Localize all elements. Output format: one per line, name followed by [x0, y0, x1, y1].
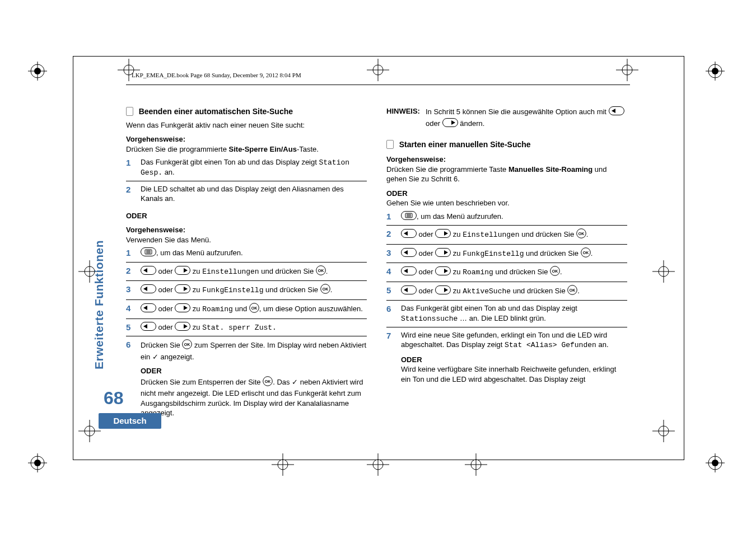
note-block: HINWEIS: In Schritt 5 können Sie die aus…	[386, 106, 627, 129]
left-arrow-button-icon	[141, 322, 156, 334]
ok-button-icon	[249, 303, 259, 316]
step-item: 4 oder zu Roaming und drücken Sie .	[386, 266, 627, 282]
step-item: 6 Drücken Sie zum Sperren der Site. Im D…	[126, 339, 367, 421]
procedure-label: Vorgehensweise:	[126, 225, 367, 235]
registration-mark-icon	[706, 62, 725, 81]
right-column: HINWEIS: In Schritt 5 können Sie die aus…	[386, 106, 627, 424]
ok-button-icon	[182, 339, 192, 352]
step-item: 5 oder zu Stat. sperr Zust.	[126, 322, 367, 337]
step-item: 3 oder zu FunkgEinstellg und drücken Sie…	[386, 247, 627, 264]
ok-button-icon	[567, 285, 577, 298]
ok-button-icon	[550, 266, 560, 279]
menu-button-icon	[401, 211, 417, 223]
menu-button-icon	[141, 247, 156, 259]
left-arrow-button-icon	[401, 266, 417, 278]
right-arrow-button-icon	[435, 248, 451, 260]
language-tab: Deutsch	[99, 413, 161, 429]
header-rule	[126, 85, 630, 85]
step-list: 1 , um das Menü aufzurufen. 2 oder zu Ei…	[126, 247, 367, 421]
step-list: 1 , um das Menü aufzurufen. 2 oder zu Ei…	[386, 211, 627, 387]
ok-button-icon	[316, 265, 326, 278]
step-item: 2 oder zu Einstellungen und drücken Sie …	[386, 228, 627, 245]
book-icon	[126, 107, 133, 116]
sidebar-section-title: Erweiterte Funktionen	[92, 240, 106, 369]
step-item: 6 Das Funkgerät gibt einen Ton ab und da…	[386, 303, 627, 327]
procedure-text: Drücken Sie die programmierte Taste Manu…	[386, 165, 627, 184]
intro-text: Wenn das Funkgerät aktiv nach einer neue…	[126, 120, 367, 130]
registration-mark-icon	[706, 453, 725, 472]
right-arrow-button-icon	[435, 285, 451, 297]
registration-mark-icon	[28, 62, 47, 81]
right-arrow-button-icon	[175, 322, 190, 334]
step-item: 1 Das Funkgerät gibt einen Ton ab und da…	[126, 157, 367, 181]
procedure-text: Gehen Sie wie unten beschrieben vor.	[386, 198, 627, 208]
or-label: ODER	[386, 189, 627, 199]
right-arrow-button-icon	[435, 229, 451, 241]
step-item: 7 Wird eine neue Site gefunden, erklingt…	[386, 330, 627, 387]
procedure-text: Verwenden Sie das Menü.	[126, 235, 367, 245]
left-arrow-button-icon	[141, 284, 156, 296]
step-item: 4 oder zu Roaming und , um diese Option …	[126, 303, 367, 319]
left-column: Beenden einer automatischen Site-Suche W…	[126, 106, 367, 424]
right-arrow-button-icon	[175, 266, 190, 278]
left-arrow-button-icon	[141, 303, 156, 315]
left-arrow-button-icon	[401, 248, 417, 260]
right-arrow-button-icon	[175, 303, 190, 315]
left-arrow-button-icon	[609, 106, 624, 118]
page-number: 68	[104, 388, 124, 409]
right-arrow-button-icon	[442, 118, 458, 130]
step-item: 2 oder zu Einstellungen und drücken Sie …	[126, 265, 367, 282]
ok-button-icon	[581, 247, 591, 260]
or-label: ODER	[126, 211, 367, 221]
ok-button-icon	[263, 376, 273, 389]
step-item: 3 oder zu FunkgEinstellg und drücken Sie…	[126, 284, 367, 300]
section-heading: Beenden einer automatischen Site-Suche	[126, 106, 367, 117]
left-arrow-button-icon	[401, 229, 417, 241]
registration-mark-icon	[28, 453, 47, 472]
step-item: 1 , um das Menü aufzurufen.	[126, 247, 367, 263]
right-arrow-button-icon	[175, 284, 190, 296]
left-arrow-button-icon	[141, 266, 156, 278]
procedure-label: Vorgehensweise:	[126, 134, 367, 144]
procedure-label: Vorgehensweise:	[386, 154, 627, 165]
step-item: 2 Die LED schaltet ab und das Display ze…	[126, 184, 367, 207]
left-arrow-button-icon	[401, 285, 417, 297]
content-area: Beenden einer automatischen Site-Suche W…	[126, 106, 633, 424]
running-header: LKP_EMEA_DE.book Page 68 Sunday, Decembe…	[132, 72, 301, 78]
step-list: 1 Das Funkgerät gibt einen Ton ab und da…	[126, 157, 367, 207]
section-heading: Starten einer manuellen Site-Suche	[386, 139, 627, 150]
step-item: 5 oder zu AktiveSuche und drücken Sie .	[386, 285, 627, 301]
ok-button-icon	[576, 228, 586, 241]
book-icon	[386, 140, 394, 149]
procedure-text: Drücken Sie die programmierte Site-Sperr…	[126, 144, 367, 154]
ok-button-icon	[320, 284, 330, 297]
right-arrow-button-icon	[435, 266, 451, 278]
step-item: 1 , um das Menü aufzurufen.	[386, 211, 627, 226]
